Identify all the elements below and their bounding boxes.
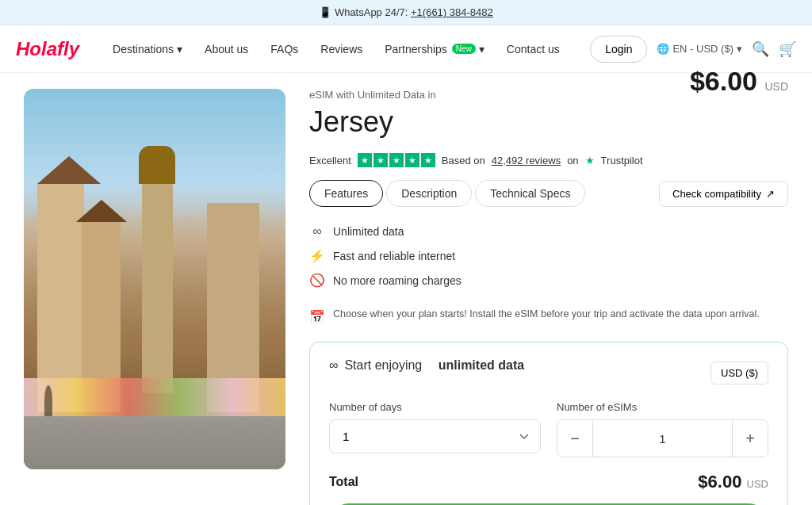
product-title: Jersey (309, 105, 393, 139)
star-5: ★ (421, 153, 435, 167)
star-4: ★ (405, 153, 419, 167)
lightning-icon: ⚡ (309, 248, 325, 263)
esim-count-value: 1 (592, 420, 733, 457)
infinity-icon: ∞ (309, 224, 325, 239)
esim-counter: − 1 + (557, 419, 768, 457)
search-button[interactable]: 🔍 (752, 40, 769, 58)
purchase-title: ∞ Start enjoying unlimited data (329, 358, 524, 373)
currency-label: EN - USD ($) (672, 43, 733, 55)
star-1: ★ (358, 153, 372, 167)
infinity-icon: ∞ (329, 358, 338, 373)
days-label: Number of days (329, 401, 541, 413)
nav-contact[interactable]: Contact us (497, 36, 569, 62)
calendar-icon: 📅 (309, 309, 325, 324)
main-content: eSIM with Unlimited Data in Jersey $6.00… (0, 73, 812, 505)
chevron-down-icon: ▾ (737, 43, 742, 55)
check-compatibility-button[interactable]: Check compatibility ↗ (659, 181, 788, 207)
globe-icon: 🌐 (657, 43, 669, 55)
info-note: 📅 Choose when your plan starts! Install … (309, 304, 788, 329)
days-select[interactable]: 1 2 3 5 7 14 30 (329, 419, 541, 453)
nav-faqs[interactable]: FAQs (261, 36, 308, 62)
feature-text: No more roaming charges (333, 274, 462, 287)
trustpilot-platform: Trustpilot (601, 155, 643, 166)
purchase-card: ∞ Start enjoying unlimited data USD ($) … (309, 342, 788, 505)
topbar-text: WhatsApp 24/7: (335, 6, 408, 18)
tab-technical-specs[interactable]: Technical Specs (475, 180, 585, 207)
chevron-down-icon: ▾ (479, 43, 485, 55)
nav-destinations[interactable]: Destinations ▾ (103, 36, 192, 62)
product-details: eSIM with Unlimited Data in Jersey $6.00… (309, 89, 788, 505)
review-text: Based on (442, 155, 485, 166)
star-3: ★ (389, 153, 404, 167)
trustpilot-row: Excellent ★ ★ ★ ★ ★ Based on 42,492 revi… (309, 153, 788, 167)
review-count-link[interactable]: 42,492 reviews (492, 155, 561, 166)
tab-description[interactable]: Description (386, 180, 472, 207)
days-field-group: Number of days 1 2 3 5 7 14 30 (329, 401, 541, 457)
tab-features[interactable]: Features (309, 180, 383, 207)
nav-about[interactable]: About us (195, 36, 258, 62)
external-link-icon: ↗ (766, 188, 775, 200)
title-prefix: Start enjoying (344, 358, 422, 373)
cart-button[interactable]: 🛒 (779, 40, 796, 58)
nav-links: Destinations ▾ About us FAQs Reviews Par… (103, 36, 590, 62)
top-bar: 📱 WhatsApp 24/7: +1(661) 384-8482 (0, 0, 812, 25)
increment-button[interactable]: + (733, 420, 768, 457)
logo[interactable]: Holafly (16, 38, 79, 60)
new-badge: New (452, 44, 476, 54)
review-suffix: on (567, 155, 578, 166)
total-row: Total $6.00 USD (329, 472, 768, 492)
star-2: ★ (373, 153, 388, 167)
currency-dropdown[interactable]: USD ($) (710, 362, 768, 384)
info-note-text: Choose when your plan starts! Install th… (333, 308, 760, 319)
feature-unlimited-data: ∞ Unlimited data (309, 220, 788, 243)
total-price: $6.00 USD (698, 472, 768, 492)
product-image (24, 89, 285, 469)
whatsapp-icon: 📱 (319, 6, 331, 18)
nav-reviews[interactable]: Reviews (311, 36, 372, 62)
features-list: ∞ Unlimited data ⚡ Fast and reliable int… (309, 220, 788, 293)
esims-label: Number of eSIMs (557, 401, 768, 413)
rating-label: Excellent (309, 155, 351, 166)
esims-field-group: Number of eSIMs − 1 + (557, 401, 768, 457)
whatsapp-phone[interactable]: +1(661) 384-8482 (411, 6, 493, 18)
trustpilot-star-icon: ★ (585, 155, 595, 166)
nav-partnerships[interactable]: Partnerships New ▾ (375, 36, 494, 62)
price-currency: USD (764, 80, 788, 93)
feature-no-roaming: 🚫 No more roaming charges (309, 268, 788, 293)
decrement-button[interactable]: − (557, 420, 592, 457)
feature-text: Unlimited data (333, 225, 404, 238)
currency-selector[interactable]: 🌐 EN - USD ($) ▾ (657, 43, 742, 55)
no-roaming-icon: 🚫 (309, 273, 325, 288)
total-label: Total (329, 475, 358, 489)
login-button[interactable]: Login (590, 36, 647, 63)
purchase-fields: Number of days 1 2 3 5 7 14 30 Number of… (329, 401, 768, 457)
feature-fast-internet: ⚡ Fast and reliable internet (309, 243, 788, 268)
feature-text: Fast and reliable internet (333, 250, 455, 262)
nav-right: Login 🌐 EN - USD ($) ▾ 🔍 🛒 (590, 36, 796, 63)
product-tabs: Features Description Technical Specs Che… (309, 180, 788, 207)
title-highlight: unlimited data (439, 358, 524, 373)
product-price: $6.00 USD (690, 66, 788, 97)
star-rating: ★ ★ ★ ★ ★ (358, 153, 435, 167)
total-currency: USD (747, 478, 768, 490)
chevron-down-icon: ▾ (177, 43, 182, 55)
